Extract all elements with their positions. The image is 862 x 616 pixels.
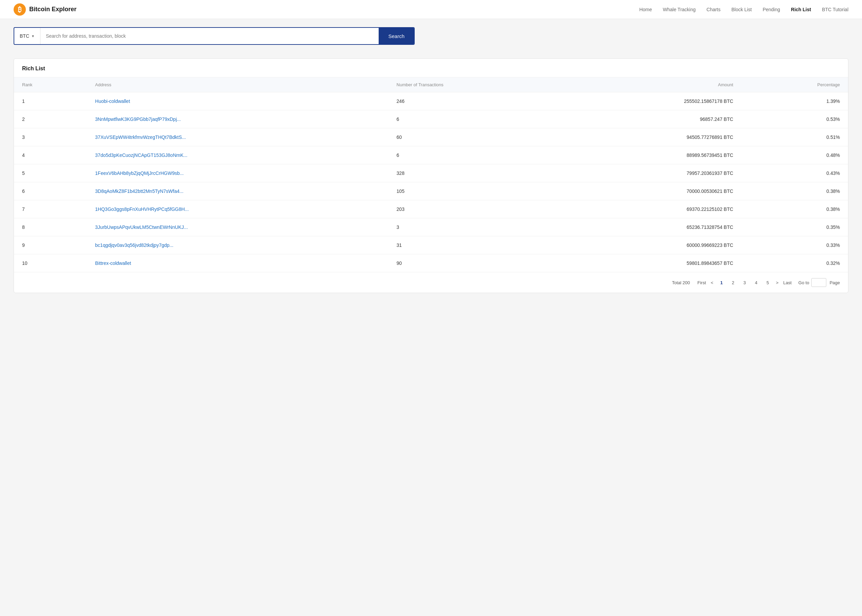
next-page-button[interactable]: > bbox=[775, 278, 780, 287]
goto-input[interactable] bbox=[812, 278, 826, 287]
prev-page-button[interactable]: < bbox=[709, 278, 715, 287]
cell-transactions: 246 bbox=[389, 93, 562, 110]
cell-percentage: 0.35% bbox=[741, 218, 848, 236]
page-label: Page bbox=[830, 280, 840, 285]
cell-transactions: 3 bbox=[389, 218, 562, 236]
cell-transactions: 105 bbox=[389, 182, 562, 200]
card-header: Rich List bbox=[14, 59, 848, 77]
table-row: 7 1HQ3Go3ggs8pFnXuHVHRytPCq5fGG8H... 203… bbox=[14, 200, 848, 218]
cell-percentage: 0.33% bbox=[741, 236, 848, 255]
address-link[interactable]: 37XuVSEpWW4trkfmvWzegTHQt7BdktS... bbox=[95, 135, 186, 140]
cell-rank: 2 bbox=[14, 110, 87, 128]
nav-item-home[interactable]: Home bbox=[639, 7, 652, 12]
col-address: Address bbox=[87, 77, 389, 93]
col-amount: Amount bbox=[562, 77, 742, 93]
search-button[interactable]: Search bbox=[379, 28, 414, 44]
nav-item-charts[interactable]: Charts bbox=[707, 7, 720, 12]
page-1-button[interactable]: 1 bbox=[717, 278, 726, 287]
address-link[interactable]: bc1qgdjqv0av3q56jvd82tkdjpy7gdp... bbox=[95, 242, 173, 248]
table-body: 1 Huobi-coldwallet 246 255502.15867178 B… bbox=[14, 93, 848, 272]
address-link[interactable]: Bittrex-coldwallet bbox=[95, 261, 131, 266]
cell-percentage: 0.48% bbox=[741, 146, 848, 164]
address-link[interactable]: 3D8qAoMkZ8F1b42btt2Mn5TyN7sWfa4... bbox=[95, 189, 184, 194]
cell-percentage: 0.32% bbox=[741, 255, 848, 272]
cell-address: 37XuVSEpWW4trkfmvWzegTHQt7BdktS... bbox=[87, 128, 389, 146]
address-link[interactable]: 37do5d3pKeCuozjNCApGT153GJ8oNmK... bbox=[95, 152, 188, 158]
cell-amount: 94505.77276891 BTC bbox=[562, 128, 742, 146]
page-4-button[interactable]: 4 bbox=[752, 278, 761, 287]
address-link[interactable]: 1HQ3Go3ggs8pFnXuHVHRytPCq5fGG8H... bbox=[95, 206, 189, 212]
first-page-button[interactable]: First bbox=[696, 278, 708, 287]
currency-selector[interactable]: BTC ▼ bbox=[14, 28, 41, 44]
page-3-button[interactable]: 3 bbox=[740, 278, 750, 287]
table-row: 2 3NnMpwtfiwK3KG9PGbb7jaqfP79xDpj... 6 9… bbox=[14, 110, 848, 128]
table-row: 8 3JurbUwpsAPqvUkwLM5CtwnEWrNnUKJ... 3 6… bbox=[14, 218, 848, 236]
card-title: Rich List bbox=[22, 66, 45, 71]
pagination: Total 200 First < 1 2 3 4 5 > Last Go to… bbox=[14, 272, 848, 293]
table-row: 9 bc1qgdjqv0av3q56jvd82tkdjpy7gdp... 31 … bbox=[14, 236, 848, 255]
cell-rank: 3 bbox=[14, 128, 87, 146]
cell-address: 3NnMpwtfiwK3KG9PGbb7jaqfP79xDpj... bbox=[87, 110, 389, 128]
table-row: 10 Bittrex-coldwallet 90 59801.89843657 … bbox=[14, 255, 848, 272]
cell-rank: 8 bbox=[14, 218, 87, 236]
cell-amount: 255502.15867178 BTC bbox=[562, 93, 742, 110]
cell-rank: 6 bbox=[14, 182, 87, 200]
chevron-down-icon: ▼ bbox=[31, 34, 35, 38]
cell-rank: 5 bbox=[14, 164, 87, 182]
nav-item-btc-tutorial[interactable]: BTC Tutorial bbox=[822, 7, 848, 12]
address-link[interactable]: 3NnMpwtfiwK3KG9PGbb7jaqfP79xDpj... bbox=[95, 116, 181, 122]
table-row: 5 1FeexV6bAHb8ybZjqQMjJrcCrHGW9sb... 328… bbox=[14, 164, 848, 182]
cell-address: 3D8qAoMkZ8F1b42btt2Mn5TyN7sWfa4... bbox=[87, 182, 389, 200]
cell-amount: 59801.89843657 BTC bbox=[562, 255, 742, 272]
search-box: BTC ▼ Search bbox=[14, 27, 415, 45]
address-link[interactable]: 3JurbUwpsAPqvUkwLM5CtwnEWrNnUKJ... bbox=[95, 225, 188, 230]
nav-item-block-list[interactable]: Block List bbox=[731, 7, 752, 12]
cell-address: Bittrex-coldwallet bbox=[87, 255, 389, 272]
cell-transactions: 6 bbox=[389, 146, 562, 164]
header: ₿ Bitcoin Explorer Home Whale Tracking C… bbox=[0, 0, 862, 19]
cell-transactions: 6 bbox=[389, 110, 562, 128]
table-row: 3 37XuVSEpWW4trkfmvWzegTHQt7BdktS... 60 … bbox=[14, 128, 848, 146]
btc-logo-icon: ₿ bbox=[14, 3, 26, 16]
cell-transactions: 203 bbox=[389, 200, 562, 218]
total-label: Total 200 bbox=[672, 280, 690, 285]
search-input[interactable] bbox=[41, 28, 379, 44]
table-row: 1 Huobi-coldwallet 246 255502.15867178 B… bbox=[14, 93, 848, 110]
svg-text:₿: ₿ bbox=[18, 6, 21, 13]
cell-address: bc1qgdjqv0av3q56jvd82tkdjpy7gdp... bbox=[87, 236, 389, 255]
logo-text: Bitcoin Explorer bbox=[29, 6, 76, 13]
cell-rank: 4 bbox=[14, 146, 87, 164]
cell-amount: 60000.99669223 BTC bbox=[562, 236, 742, 255]
rich-list-card: Rich List Rank Address Number of Transac… bbox=[14, 58, 848, 293]
address-link[interactable]: 1FeexV6bAHb8ybZjqQMjJrcCrHGW9sb... bbox=[95, 170, 184, 176]
address-link[interactable]: Huobi-coldwallet bbox=[95, 99, 130, 104]
table-row: 6 3D8qAoMkZ8F1b42btt2Mn5TyN7sWfa4... 105… bbox=[14, 182, 848, 200]
nav-item-rich-list[interactable]: Rich List bbox=[791, 7, 811, 12]
cell-amount: 88989.56739451 BTC bbox=[562, 146, 742, 164]
cell-rank: 9 bbox=[14, 236, 87, 255]
cell-transactions: 328 bbox=[389, 164, 562, 182]
page-5-button[interactable]: 5 bbox=[763, 278, 772, 287]
cell-percentage: 0.51% bbox=[741, 128, 848, 146]
cell-amount: 96857.247 BTC bbox=[562, 110, 742, 128]
nav-item-pending[interactable]: Pending bbox=[763, 7, 780, 12]
cell-address: 1FeexV6bAHb8ybZjqQMjJrcCrHGW9sb... bbox=[87, 164, 389, 182]
cell-address: 3JurbUwpsAPqvUkwLM5CtwnEWrNnUKJ... bbox=[87, 218, 389, 236]
cell-percentage: 1.39% bbox=[741, 93, 848, 110]
page-2-button[interactable]: 2 bbox=[728, 278, 738, 287]
last-page-button[interactable]: Last bbox=[782, 278, 793, 287]
cell-percentage: 0.38% bbox=[741, 182, 848, 200]
cell-address: Huobi-coldwallet bbox=[87, 93, 389, 110]
cell-amount: 65236.71328754 BTC bbox=[562, 218, 742, 236]
nav-item-whale-tracking[interactable]: Whale Tracking bbox=[663, 7, 695, 12]
cell-rank: 1 bbox=[14, 93, 87, 110]
currency-label: BTC bbox=[20, 33, 29, 39]
col-transactions: Number of Transactions bbox=[389, 77, 562, 93]
cell-percentage: 0.38% bbox=[741, 200, 848, 218]
cell-percentage: 0.43% bbox=[741, 164, 848, 182]
cell-amount: 79957.20361937 BTC bbox=[562, 164, 742, 182]
cell-rank: 10 bbox=[14, 255, 87, 272]
cell-address: 1HQ3Go3ggs8pFnXuHVHRytPCq5fGG8H... bbox=[87, 200, 389, 218]
cell-amount: 70000.00530621 BTC bbox=[562, 182, 742, 200]
search-area: BTC ▼ Search bbox=[0, 19, 862, 53]
